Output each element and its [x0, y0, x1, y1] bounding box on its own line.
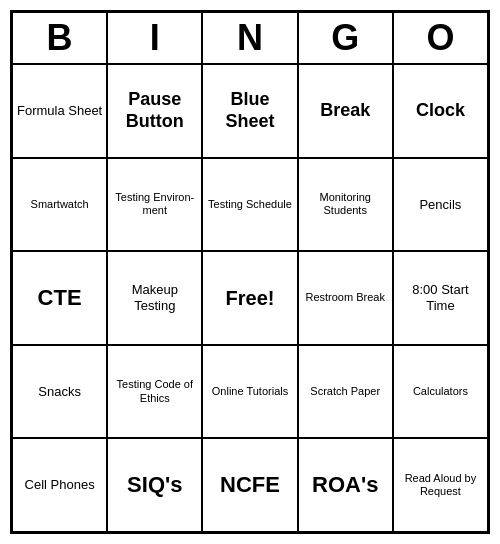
bingo-cell-2-2: Free! — [202, 251, 297, 345]
bingo-card: BINGO Formula SheetPause ButtonBlue Shee… — [10, 10, 490, 534]
bingo-cell-3-4: Calculators — [393, 345, 488, 439]
bingo-row-4: Cell PhonesSIQ'sNCFEROA'sRead Aloud by R… — [12, 438, 488, 532]
bingo-cell-1-1: Testing Environ-ment — [107, 158, 202, 252]
bingo-cell-2-3: Restroom Break — [298, 251, 393, 345]
bingo-cell-1-4: Pencils — [393, 158, 488, 252]
bingo-grid: Formula SheetPause ButtonBlue SheetBreak… — [12, 64, 488, 532]
bingo-row-3: SnacksTesting Code of EthicsOnline Tutor… — [12, 345, 488, 439]
bingo-cell-4-4: Read Aloud by Request — [393, 438, 488, 532]
bingo-cell-1-3: Monitoring Students — [298, 158, 393, 252]
header-letter-N: N — [202, 12, 297, 64]
bingo-cell-1-2: Testing Schedule — [202, 158, 297, 252]
bingo-row-2: CTEMakeup TestingFree!Restroom Break8:00… — [12, 251, 488, 345]
bingo-cell-2-1: Makeup Testing — [107, 251, 202, 345]
bingo-cell-3-3: Scratch Paper — [298, 345, 393, 439]
bingo-cell-1-0: Smartwatch — [12, 158, 107, 252]
bingo-cell-3-0: Snacks — [12, 345, 107, 439]
bingo-cell-4-3: ROA's — [298, 438, 393, 532]
bingo-row-1: SmartwatchTesting Environ-mentTesting Sc… — [12, 158, 488, 252]
bingo-cell-2-0: CTE — [12, 251, 107, 345]
bingo-cell-3-2: Online Tutorials — [202, 345, 297, 439]
bingo-row-0: Formula SheetPause ButtonBlue SheetBreak… — [12, 64, 488, 158]
bingo-cell-4-0: Cell Phones — [12, 438, 107, 532]
bingo-cell-0-4: Clock — [393, 64, 488, 158]
bingo-cell-0-1: Pause Button — [107, 64, 202, 158]
bingo-header: BINGO — [12, 12, 488, 64]
bingo-cell-0-0: Formula Sheet — [12, 64, 107, 158]
header-letter-G: G — [298, 12, 393, 64]
bingo-cell-3-1: Testing Code of Ethics — [107, 345, 202, 439]
bingo-cell-4-2: NCFE — [202, 438, 297, 532]
header-letter-O: O — [393, 12, 488, 64]
bingo-cell-0-3: Break — [298, 64, 393, 158]
header-letter-I: I — [107, 12, 202, 64]
bingo-cell-4-1: SIQ's — [107, 438, 202, 532]
bingo-cell-0-2: Blue Sheet — [202, 64, 297, 158]
bingo-cell-2-4: 8:00 Start Time — [393, 251, 488, 345]
header-letter-B: B — [12, 12, 107, 64]
